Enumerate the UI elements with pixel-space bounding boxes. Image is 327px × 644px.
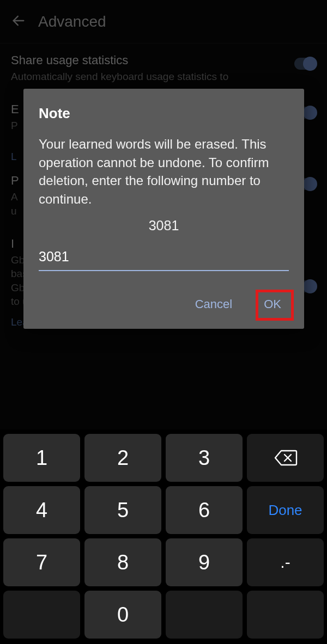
key-0[interactable]: 0: [84, 591, 161, 639]
key-8[interactable]: 8: [84, 538, 161, 586]
key-punctuation[interactable]: .-: [247, 538, 324, 586]
setting-subtitle: Automatically send keyboard usage statis…: [11, 70, 267, 84]
key-1[interactable]: 1: [3, 434, 80, 482]
toggle-switch[interactable]: [294, 58, 316, 70]
key-7[interactable]: 7: [3, 538, 80, 586]
dialog-confirmation-number: 3081: [39, 218, 289, 234]
dialog-title: Note: [39, 105, 289, 122]
key-blank-left[interactable]: [3, 591, 80, 639]
ok-button[interactable]: OK: [256, 292, 289, 317]
key-done[interactable]: Done: [247, 486, 324, 534]
app-header: Advanced: [0, 0, 327, 44]
dialog-actions: Cancel OK: [39, 292, 289, 317]
key-6[interactable]: 6: [166, 486, 243, 534]
setting-share-usage[interactable]: Share usage statistics Automatically sen…: [11, 53, 316, 84]
dialog-message: Your learned words will be erased. This …: [39, 135, 289, 208]
key-4[interactable]: 4: [3, 486, 80, 534]
key-9[interactable]: 9: [166, 538, 243, 586]
setting-title: Share usage statistics: [11, 53, 316, 68]
back-arrow-icon[interactable]: [11, 13, 26, 30]
confirmation-input[interactable]: [39, 246, 289, 271]
numeric-keyboard: 1 2 3 4 5 6 Done 7 8 9 .- 0: [0, 430, 327, 644]
cancel-button[interactable]: Cancel: [187, 292, 240, 317]
key-3[interactable]: 3: [166, 434, 243, 482]
key-blank-right[interactable]: [166, 591, 243, 639]
backspace-icon: [274, 449, 298, 467]
confirmation-dialog: Note Your learned words will be erased. …: [23, 89, 304, 329]
key-blank-corner[interactable]: [247, 591, 324, 639]
key-2[interactable]: 2: [84, 434, 161, 482]
page-title: Advanced: [38, 13, 106, 30]
key-backspace[interactable]: [247, 434, 324, 482]
key-5[interactable]: 5: [84, 486, 161, 534]
